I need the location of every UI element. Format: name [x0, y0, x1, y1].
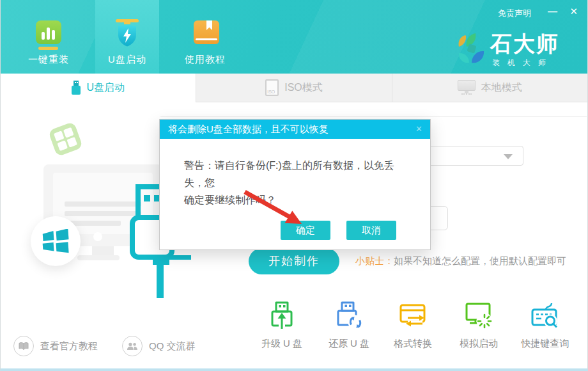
confirm-button[interactable]: 确定 — [281, 221, 330, 240]
confirm-dialog: 将会删除U盘全部数据，且不可以恢复 ✕ 警告：请自行备份(F:)盘上的所有数据，… — [159, 119, 431, 250]
toolbar-item-label: 使用教程 — [173, 54, 237, 66]
windows-logo-circle — [31, 216, 81, 266]
windows-flag-icon — [42, 229, 69, 253]
tool-label: 模拟启动 — [445, 338, 512, 350]
tip-text: 小贴士：如果不知道怎么配置，使用默认配置即可 — [355, 255, 566, 267]
simulate-boot-icon — [464, 301, 493, 330]
tab-label: 本地模式 — [481, 81, 522, 95]
chevron-down-icon — [504, 154, 513, 159]
minimize-button[interactable]: — — [548, 5, 557, 18]
cancel-button[interactable]: 取消 — [346, 221, 396, 240]
section-divider — [160, 116, 587, 117]
toolbar-item-usb-boot[interactable]: U盘启动 — [95, 0, 159, 74]
tool-simulate-boot[interactable]: 模拟启动 — [445, 301, 512, 350]
shield-icon — [112, 18, 142, 49]
tool-hotkey-query[interactable]: 快捷键查询 — [512, 301, 578, 350]
official-tutorial-link[interactable]: 查看官方教程 — [13, 336, 98, 356]
link-label: 查看官方教程 — [40, 340, 98, 352]
dialog-message: 警告：请自行备份(F:)盘上的所有数据，以免丢失，您 确定要继续制作吗？ — [184, 157, 414, 209]
tool-upgrade-usb[interactable]: 升级 U 盘 — [249, 301, 315, 350]
hotkey-query-icon — [530, 301, 560, 330]
tab-label: ISO模式 — [284, 81, 323, 95]
tool-label: 快捷键查询 — [512, 338, 578, 350]
format-convert-icon — [398, 301, 428, 330]
people-circle-icon — [122, 336, 143, 356]
dialog-close-icon[interactable]: ✕ — [415, 120, 422, 139]
start-make-button[interactable]: 开始制作 — [249, 248, 339, 274]
tool-label: 格式转换 — [380, 338, 446, 350]
mode-tabbar: U盘启动 ISO ISO模式 本地模式 — [1, 74, 587, 102]
toolbar-item-tutorial[interactable]: 使用教程 — [173, 0, 237, 74]
tool-restore-usb[interactable]: 还原 U 盘 — [316, 301, 382, 350]
tab-usb-boot[interactable]: U盘启动 — [1, 74, 196, 102]
monitor-stand — [92, 246, 114, 255]
windows-badge-illustration — [48, 122, 83, 157]
close-button[interactable]: ✕ — [569, 5, 578, 18]
brand-swirl-icon — [456, 32, 486, 65]
iso-icon-text: ISO — [267, 90, 275, 94]
brand-logo: 石大师 装机大师 — [456, 31, 571, 70]
monitor-icon — [458, 80, 476, 95]
header: 一键重装 U盘启动 使用教程 免责声明 — ✕ — [1, 0, 587, 74]
disclaimer-link[interactable]: 免责声明 — [498, 8, 531, 19]
monitor-base — [77, 255, 120, 260]
toolbar-item-reinstall[interactable]: 一键重装 — [17, 0, 81, 74]
toolbar-item-label: 一键重装 — [17, 54, 81, 66]
tip-prefix: 小贴士： — [355, 255, 394, 266]
link-label: QQ 交流群 — [149, 340, 196, 352]
dialog-message-line2: 确定要继续制作吗？ — [184, 191, 414, 209]
brand-name: 石大师 — [490, 29, 559, 59]
tool-format-convert[interactable]: 格式转换 — [380, 301, 446, 350]
dialog-title: 将会删除U盘全部数据，且不可以恢复 — [160, 120, 430, 139]
brand-subtitle: 装机大师 — [492, 58, 553, 68]
iso-file-icon: ISO — [265, 79, 279, 96]
tool-label: 还原 U 盘 — [316, 338, 382, 350]
tab-iso-mode[interactable]: ISO ISO模式 — [196, 74, 391, 102]
chart-icon — [36, 20, 61, 44]
dialog-message-line1: 警告：请自行备份(F:)盘上的所有数据，以免丢失，您 — [184, 157, 414, 191]
restore-usb-icon — [334, 301, 364, 330]
book-circle-icon — [13, 336, 34, 356]
app-window: 一键重装 U盘启动 使用教程 免责声明 — ✕ — [0, 0, 588, 371]
usb-icon — [72, 81, 81, 95]
tab-label: U盘启动 — [86, 81, 125, 95]
tool-label: 升级 U 盘 — [249, 338, 315, 350]
book-icon — [194, 20, 219, 44]
qq-group-link[interactable]: QQ 交流群 — [122, 336, 196, 356]
upgrade-usb-icon — [267, 301, 297, 330]
toolbar-item-label: U盘启动 — [95, 54, 159, 66]
tip-body: 如果不知道怎么配置，使用默认配置即可 — [394, 255, 566, 266]
tab-local-mode[interactable]: 本地模式 — [392, 74, 587, 102]
